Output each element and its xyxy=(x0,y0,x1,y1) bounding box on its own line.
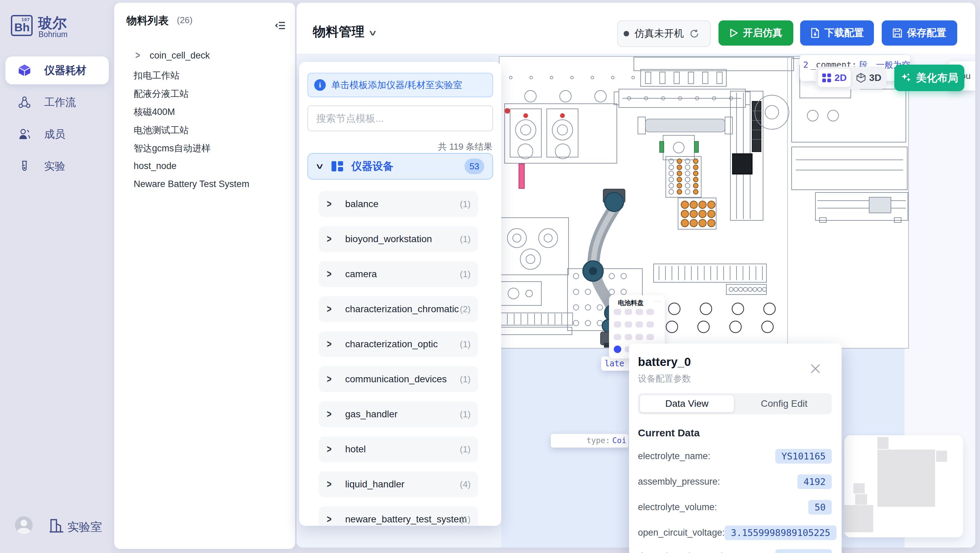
device-config-popup: battery_0 设备配置参数 Data View Config Edit C… xyxy=(629,344,842,553)
template-item-label: camera xyxy=(345,269,377,280)
data-row: assembly_pressure: 4192 xyxy=(638,474,832,489)
template-item-label: gas_handler xyxy=(345,409,398,420)
refresh-icon[interactable] xyxy=(689,29,700,39)
chevron-right-icon: > xyxy=(327,373,331,385)
tray-menu-icon[interactable]: ··· xyxy=(654,298,662,305)
sidebar-item-label: 工作流 xyxy=(44,95,76,110)
play-icon xyxy=(729,28,738,38)
toggle-2d[interactable]: 2D xyxy=(818,69,851,87)
beautify-layout-button[interactable]: 美化布局 xyxy=(894,65,964,91)
template-item-label: neware_battery_test_system xyxy=(345,514,467,525)
data-row: open_circuit_voltage: 3.1559998989105225 xyxy=(638,525,832,540)
sidebar-item-instruments[interactable]: 仪器耗材 xyxy=(5,56,109,84)
material-item[interactable]: 智达gcms自动进样 xyxy=(121,140,288,156)
tray-slot[interactable] xyxy=(636,309,643,315)
template-item[interactable]: >characterization_optic(1) xyxy=(319,331,478,357)
tray-slot[interactable] xyxy=(625,309,632,315)
building-icon xyxy=(49,518,64,533)
tray-slot[interactable] xyxy=(614,309,621,315)
tab-data-view[interactable]: Data View xyxy=(640,395,734,412)
material-item[interactable]: 核磁400M xyxy=(121,104,288,120)
tray-slot[interactable] xyxy=(646,321,654,328)
save-config-button[interactable]: 保存配置 xyxy=(882,21,957,46)
template-item[interactable]: >camera(1) xyxy=(319,261,478,287)
template-item-label: hotel xyxy=(345,444,366,455)
material-item[interactable]: 电池测试工站 xyxy=(121,122,288,139)
grid-2d-icon xyxy=(822,73,831,82)
template-item-label: characterization_chromatic xyxy=(345,304,459,315)
material-item[interactable]: 配液分液工站 xyxy=(121,86,288,102)
data-row-value: 4192 xyxy=(797,475,832,489)
template-item[interactable]: >communication_devices(1) xyxy=(319,366,478,392)
tray-slot[interactable] xyxy=(625,321,632,328)
chevron-down-icon: > xyxy=(312,164,326,169)
material-item[interactable]: > coin_cell_deck xyxy=(121,47,288,64)
sidebar-item-members[interactable]: 成员 xyxy=(5,120,109,148)
materials-panel: 物料列表 (26) > coin_cell_deck 扣电工作站 配液分液工站 … xyxy=(114,3,295,549)
workflow-icon xyxy=(18,96,31,109)
save-config-label: 保存配置 xyxy=(907,26,947,40)
search-input[interactable] xyxy=(307,105,493,131)
sidebar-item-workflow[interactable]: 工作流 xyxy=(5,88,109,116)
material-item[interactable]: Neware Battery Test System xyxy=(121,176,288,192)
template-item[interactable]: >bioyond_workstation(1) xyxy=(319,226,478,252)
material-item[interactable]: host_node xyxy=(121,158,288,174)
template-item[interactable]: >neware_battery_test_system(1) xyxy=(319,507,478,526)
avatar-head xyxy=(21,520,27,526)
start-simulation-button[interactable]: 开启仿真 xyxy=(719,21,793,46)
minimap[interactable] xyxy=(844,435,963,537)
template-item[interactable]: >liquid_handler(4) xyxy=(319,472,478,497)
plate-fragment-text: late xyxy=(605,359,624,368)
template-item[interactable]: >characterization_chromatic(2) xyxy=(319,296,478,322)
chevron-right-icon: > xyxy=(327,408,331,420)
template-item-label: balance xyxy=(345,199,379,209)
template-item-count: (1) xyxy=(460,409,471,420)
chevron-down-icon[interactable]: > xyxy=(366,30,379,36)
avatar[interactable] xyxy=(15,516,33,534)
tray-slot[interactable] xyxy=(646,309,654,315)
minimap-block xyxy=(877,437,889,449)
tray-slot-selected[interactable] xyxy=(614,346,621,353)
view-mode-toggle: 2D 3D xyxy=(815,67,886,89)
download-config-button[interactable]: 下载配置 xyxy=(800,21,874,46)
minimap-block xyxy=(877,449,935,507)
close-icon[interactable] xyxy=(809,363,821,375)
tooltip-prefix: 2 xyxy=(803,60,808,70)
category-label: 仪器设备 xyxy=(351,159,393,174)
tray-slot[interactable] xyxy=(614,321,621,328)
material-item-label: 电池测试工站 xyxy=(134,124,189,136)
simulation-status-pill[interactable]: 仿真未开机 xyxy=(617,21,711,47)
tray-slot[interactable] xyxy=(636,334,643,340)
battery-tray-title: 电池料盘 xyxy=(618,299,644,308)
minimap-block xyxy=(853,483,865,494)
material-item[interactable]: 扣电工作站 xyxy=(121,67,288,84)
avatar-body xyxy=(17,528,30,534)
toggle-3d[interactable]: 3D xyxy=(853,69,884,87)
tray-slot[interactable] xyxy=(646,334,654,340)
tray-slot[interactable] xyxy=(625,334,632,340)
tray-slot[interactable] xyxy=(636,321,643,328)
tab-config-edit[interactable]: Config Edit xyxy=(737,393,832,414)
template-item-count: (1) xyxy=(460,514,471,525)
data-row-value: 50 xyxy=(808,500,832,515)
template-item[interactable]: >balance(1) xyxy=(319,191,478,217)
sidebar-item-label: 仪器耗材 xyxy=(44,63,86,78)
sidebar: 107 Bh 玻尔 Bohrium 仪器耗材 工作流 成员 xyxy=(0,0,114,553)
data-row-label: assembly_pressure: xyxy=(638,477,720,487)
tray-slot[interactable] xyxy=(614,334,621,340)
lab-switcher[interactable]: 实验室 xyxy=(67,520,102,535)
chevron-right-icon: > xyxy=(135,49,140,62)
category-instruments[interactable]: > 仪器设备 53 xyxy=(307,153,493,180)
material-item-label: 智达gcms自动进样 xyxy=(134,142,211,155)
current-data-heading: Current Data xyxy=(638,427,700,439)
members-icon xyxy=(18,127,31,141)
template-item[interactable]: >gas_handler(1) xyxy=(319,401,478,427)
sidebar-item-experiments[interactable]: 实验 xyxy=(5,152,109,180)
collapse-panel-icon[interactable] xyxy=(275,20,286,31)
material-item-label: 配液分液工站 xyxy=(134,88,189,100)
sparkles-icon xyxy=(900,72,912,84)
chevron-right-icon: > xyxy=(327,478,331,491)
save-icon xyxy=(892,28,902,38)
chevron-right-icon: > xyxy=(327,443,331,456)
template-item[interactable]: >hotel(1) xyxy=(319,436,478,462)
